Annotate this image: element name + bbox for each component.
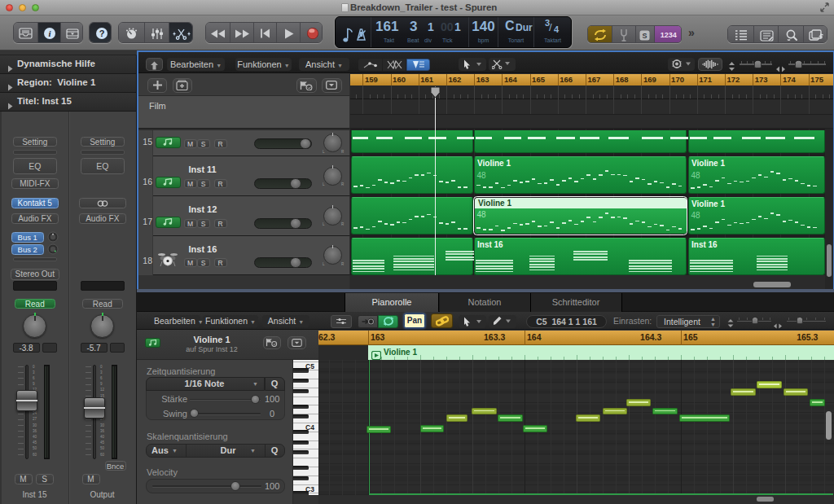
svg-text:S: S — [642, 32, 647, 40]
svg-text:?: ? — [99, 28, 104, 38]
